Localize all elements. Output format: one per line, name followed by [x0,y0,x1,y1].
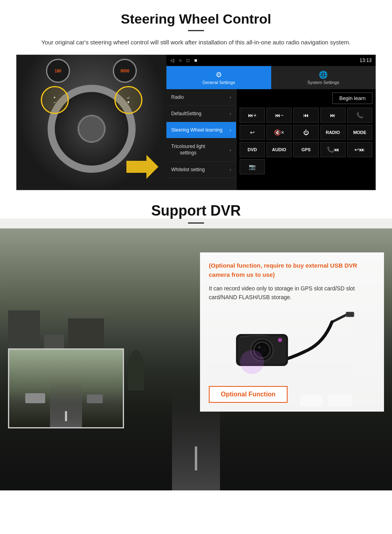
dvr-left-panel [8,236,192,428]
ctrl-power[interactable]: ⏻ [293,125,318,140]
ctrl-prev[interactable]: ⏮ [293,108,318,123]
dvd-label: DVD [248,147,257,152]
android-panel: ◁ ○ □ ■ 13:13 ⚙ General Settings 🌐 Syste… [166,55,376,190]
direction-arrow-icon [126,155,158,179]
wheel-inner [78,115,106,143]
wheel-circle: + − ⏎ ✱ [48,85,136,173]
title-divider [188,30,204,31]
ctrl-next[interactable]: ⏭ [320,108,346,123]
dvr-content: Support DVR [0,190,392,436]
gear-icon: ⚙ [216,70,222,79]
ctrl-return[interactable]: ↩ [240,125,265,140]
home-icon: ○ [179,58,182,63]
menu-left-panel: Radio › DefaultSetting › Steering Wheel … [166,89,236,190]
optional-function-button[interactable]: Optional Function [209,386,288,403]
chevron-right-icon-5: › [230,167,231,172]
dvr-description: It can record video only to storage in G… [209,284,375,302]
camera-icon: 📷 [249,164,256,170]
ctrl-vol-down[interactable]: ⏮− [266,108,292,123]
svg-point-10 [240,350,264,374]
menu-right-panel: Begin learn ⏭+ ⏮− ⏮ ⏭ 📞 ↩ 🔇× ⏻ [236,89,376,190]
audio-label: AUDIO [272,147,286,152]
menu-item-defaultsetting[interactable]: DefaultSetting › [166,106,236,122]
menu-item-tricoloured[interactable]: Tricoloured lightsettings › [166,138,236,162]
chevron-right-icon-4: › [230,148,231,152]
menu-item-steering-wheel-learning[interactable]: Steering Wheel learning › [166,122,236,138]
tab-general-settings[interactable]: ⚙ General Settings [166,66,271,89]
phone-icon: 📞 [356,112,363,118]
control-grid-row1: ⏭+ ⏮− ⏮ ⏭ 📞 [240,108,372,123]
menu-steering-label: Steering Wheel learning [171,127,222,133]
highlight-left: + − [41,86,69,114]
menu-default-label: DefaultSetting [171,111,201,116]
svg-point-8 [258,346,260,348]
ctrl-phone[interactable]: 📞 [347,108,372,123]
chevron-right-icon-2: › [230,111,231,116]
prev-icon: ⏮ [303,112,309,118]
chevron-right-icon-3: › [230,128,231,132]
ctrl-phone-prev[interactable]: 📞⏮ [320,142,346,157]
ctrl-mode[interactable]: MODE [347,125,372,140]
dvr-title: Support DVR [0,202,392,219]
tab-system-settings[interactable]: 🌐 System Settings [271,66,376,89]
steering-title: Steering Wheel Control [16,11,376,27]
back-icon: ◁ [170,58,174,63]
dvr-title-area: Support DVR [0,190,392,228]
return-icon: ↩ [250,129,255,136]
svg-line-1 [332,314,348,322]
radio-label: RADIO [326,130,340,135]
chevron-right-icon: › [230,95,231,100]
android-tabs[interactable]: ⚙ General Settings 🌐 System Settings [166,66,376,89]
ctrl-radio[interactable]: RADIO [320,125,346,140]
ctrl-vol-up[interactable]: ⏭+ [240,108,265,123]
ctrl-gps[interactable]: GPS [293,142,318,157]
ctrl-mute[interactable]: 🔇× [266,125,292,140]
tab-general-label: General Settings [202,80,235,85]
svg-rect-2 [346,312,354,317]
menu-item-radio[interactable]: Radio › [166,89,236,106]
android-statusbar: ◁ ○ □ ■ 13:13 [166,55,376,66]
globe-icon: 🌐 [319,70,328,79]
menu-icon: ■ [194,58,197,63]
dvr-info-card: (Optional function, require to buy exter… [200,252,384,412]
dvr-optional-text: (Optional function, require to buy exter… [209,261,375,279]
next-icon: ⏭ [330,112,336,118]
recents-icon: □ [186,58,189,63]
menu-tricoloured-label: Tricoloured lightsettings [171,144,205,156]
menu-item-whitelist[interactable]: Whitelist setting › [166,162,236,178]
gps-label: GPS [301,147,310,152]
steering-subtitle: Your original car's steering wheel contr… [16,38,376,47]
menu-list: Radio › DefaultSetting › Steering Wheel … [166,89,376,190]
dvr-camera-illustration [209,310,375,378]
steering-wheel-photo: 180 8000 + − [16,55,166,190]
begin-learn-button[interactable]: Begin learn [332,92,372,104]
statusbar-time: 13:13 [360,58,372,63]
vol-down-icon: ⏮− [275,112,284,118]
svg-marker-0 [126,155,158,179]
ctrl-camera[interactable]: 📷 [240,159,265,174]
svg-point-9 [278,338,282,342]
menu-whitelist-label: Whitelist setting [171,167,205,172]
phone-prev-icon: 📞⏮ [327,146,339,153]
power-icon: ⏻ [303,129,309,136]
ctrl-return-next[interactable]: ↩⏭ [347,142,372,157]
mute-icon: 🔇× [274,129,284,136]
camera-svg [228,310,356,378]
vol-up-icon: ⏭+ [248,112,257,118]
dvr-body: (Optional function, require to buy exter… [0,228,392,436]
steering-section: Steering Wheel Control Your original car… [0,0,392,190]
control-grid-row2: ↩ 🔇× ⏻ RADIO MODE [240,125,372,140]
statusbar-nav-icons: ◁ ○ □ ■ [170,58,197,63]
mode-label: MODE [353,130,366,135]
tab-system-label: System Settings [308,80,339,85]
return-next-icon: ↩⏭ [354,146,365,153]
ctrl-dvd[interactable]: DVD [240,142,265,157]
ctrl-audio[interactable]: AUDIO [266,142,292,157]
begin-learn-row: Begin learn [240,92,372,104]
control-grid-row4: 📷 [240,159,372,174]
control-grid-row3: DVD AUDIO GPS 📞⏮ ↩⏭ [240,142,372,157]
dvr-divider [188,222,204,224]
dvr-screenshot-thumb [8,348,124,428]
menu-radio-label: Radio [171,94,184,100]
highlight-right: ⏎ ✱ [114,86,142,114]
